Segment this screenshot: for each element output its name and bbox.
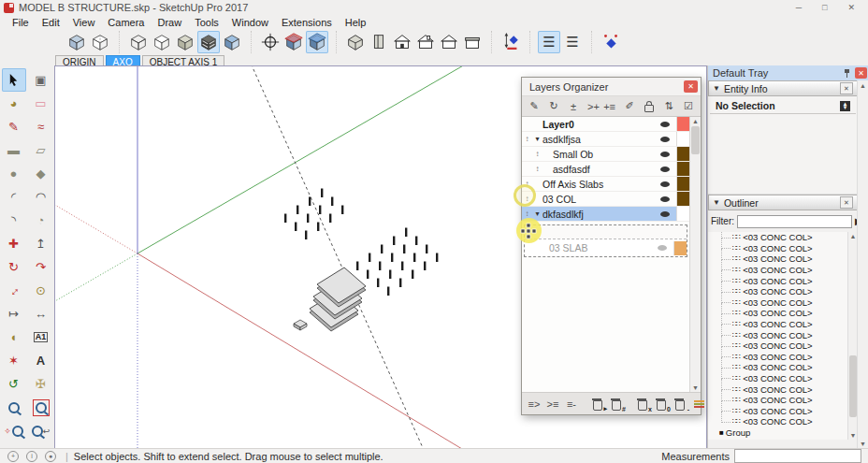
layer-color-swatch[interactable] xyxy=(676,117,689,131)
orbit-tool[interactable]: ↺ xyxy=(2,372,26,396)
freehand-tool[interactable]: ≈ xyxy=(29,115,53,138)
back-view-button[interactable] xyxy=(461,31,484,53)
vertical-dimension-button[interactable] xyxy=(499,31,522,53)
zoom-tool[interactable] xyxy=(2,396,26,419)
left-view-button[interactable] xyxy=(438,31,460,53)
3d-text-tool[interactable]: A xyxy=(29,349,53,372)
outliner-item[interactable]: ∷∷<03 CONC COL> xyxy=(708,253,858,265)
three-point-arc-tool[interactable]: ◝ xyxy=(2,209,26,232)
layer-colors-icon[interactable] xyxy=(693,397,704,412)
menu-view[interactable]: View xyxy=(66,17,102,28)
outliner-item[interactable]: ∷∷<03 CONC COL> xyxy=(708,362,858,373)
outliner-item[interactable]: ∷∷<03 CONC COL> xyxy=(708,308,858,319)
outliner-header[interactable]: ▼ Outliner ✕ xyxy=(708,195,858,210)
outliner-group-item[interactable]: ■Group xyxy=(708,427,858,439)
iso-view-button[interactable] xyxy=(344,31,367,53)
axes-tool[interactable]: ✶ xyxy=(2,349,26,372)
outliner-item[interactable]: ∷∷<03 CONC COL> xyxy=(708,232,858,243)
dimension-tool[interactable]: ↔ xyxy=(29,302,53,326)
outliner-item[interactable]: ∷∷<03 CONC COL> xyxy=(708,373,858,384)
protractor-tool[interactable]: ◖ xyxy=(2,326,26,349)
drag-handle-icon[interactable]: ↕ xyxy=(522,135,532,143)
menu-extensions[interactable]: Extensions xyxy=(275,17,339,28)
add-list-icon[interactable]: +≡ xyxy=(603,99,615,114)
visibility-eye-icon[interactable] xyxy=(660,137,670,142)
expand-caret-icon[interactable]: ▾ xyxy=(532,135,542,143)
scroll-thumb[interactable] xyxy=(691,126,700,154)
outliner-close-button[interactable]: ✕ xyxy=(840,196,853,209)
visibility-eye-icon[interactable] xyxy=(660,211,670,217)
dragged-layer-row[interactable]: 03 SLAB xyxy=(525,239,687,256)
outliner-item[interactable]: ∷∷<03 CONC COL> xyxy=(708,340,858,352)
menu-tools[interactable]: Tools xyxy=(188,17,225,28)
shaded-button[interactable] xyxy=(174,31,196,53)
entity-info-header[interactable]: ▼ Entity Info ✕ xyxy=(708,80,858,96)
follow-me-tool[interactable]: ↷ xyxy=(29,255,53,279)
menu-file[interactable]: File xyxy=(6,17,36,28)
back-edges-button[interactable] xyxy=(89,31,111,53)
outliner-item[interactable]: ∷∷<03 CONC COL> xyxy=(708,395,858,406)
outliner-item[interactable]: ∷∷<03 CONC COL> xyxy=(708,265,858,276)
delete-minus-icon[interactable]: - xyxy=(674,397,686,412)
right-view-button[interactable] xyxy=(414,31,437,53)
visibility-eye-icon[interactable] xyxy=(658,245,667,251)
outliner-item[interactable]: ∷∷<03 CONC COL> xyxy=(708,319,858,330)
section-plane-blue-button[interactable] xyxy=(306,31,328,53)
drag-handle-icon[interactable]: ↕ xyxy=(532,150,542,158)
front-view-button[interactable] xyxy=(391,31,413,53)
entity-info-close-button[interactable]: ✕ xyxy=(840,82,853,94)
outliner-item[interactable]: ∷∷<03 CONC COL> xyxy=(708,416,858,427)
zoom-window-tool[interactable] xyxy=(29,396,53,419)
rectangle-tool[interactable]: ▬ xyxy=(2,138,26,162)
outliner-item[interactable]: ∷∷<03 CONC COL> xyxy=(708,275,858,286)
visibility-eye-icon[interactable] xyxy=(660,166,670,172)
line-tool[interactable]: ✎ xyxy=(2,115,26,138)
shaded-with-textures-button[interactable] xyxy=(197,31,220,53)
layer-row[interactable]: ↕03 COL xyxy=(522,192,689,207)
layers-scrollbar[interactable]: ▲ ▼ xyxy=(689,117,701,392)
join-arrow-icon[interactable]: >+ xyxy=(587,99,600,114)
scroll-down-icon[interactable]: ▼ xyxy=(690,384,701,391)
expand-caret-icon[interactable]: ▾ xyxy=(532,210,542,218)
outliner-item[interactable]: ∷∷<03 CONC COL> xyxy=(708,243,858,254)
pie-tool[interactable]: ◔ xyxy=(29,209,53,232)
lock-icon[interactable] xyxy=(644,99,655,114)
delete-x-icon[interactable]: x xyxy=(637,397,648,412)
menu-window[interactable]: Window xyxy=(225,17,275,28)
layer-color-swatch[interactable] xyxy=(676,207,689,221)
circle-tool[interactable]: ● xyxy=(2,162,26,185)
menu-camera[interactable]: Camera xyxy=(101,17,151,28)
visibility-eye-icon[interactable] xyxy=(660,196,670,202)
eraser-tool[interactable]: ▭ xyxy=(29,92,53,115)
text-tool[interactable]: A1 xyxy=(29,326,53,349)
make-component-tool[interactable]: ▣ xyxy=(29,68,53,92)
layer-color-swatch[interactable] xyxy=(676,177,689,191)
measurements-input[interactable] xyxy=(734,449,861,463)
pin-icon[interactable] xyxy=(843,68,851,79)
visibility-eye-icon[interactable] xyxy=(660,181,670,187)
eyedropper-icon[interactable]: ✐ xyxy=(624,99,635,114)
section-plane-red-button[interactable] xyxy=(282,31,305,53)
collapse-all-icon[interactable]: >≡ xyxy=(547,397,558,412)
pen-icon[interactable]: ✎ xyxy=(528,99,540,114)
drag-handle-icon[interactable]: ↕ xyxy=(532,165,542,173)
outliner-item[interactable]: ∷∷<03 CONC COL> xyxy=(708,297,858,309)
zoom-previous-tool[interactable]: ↩ xyxy=(29,419,53,442)
layer-row[interactable]: ↕asdfasdf xyxy=(522,162,689,177)
pack-icon[interactable]: # xyxy=(611,397,622,412)
top-view-button[interactable] xyxy=(368,31,390,53)
offset-tool[interactable]: ⊙ xyxy=(29,279,53,302)
plus-minus-icon[interactable]: ± xyxy=(568,99,579,114)
align-lines-a-button[interactable]: ☰ xyxy=(538,31,560,53)
outliner-item[interactable]: ∷∷<03 CONC COL> xyxy=(708,352,858,363)
align-lines-b-button[interactable]: ☰ xyxy=(561,31,584,53)
two-point-arc-tool[interactable]: ◠ xyxy=(29,185,53,209)
polygon-tool[interactable]: ◆ xyxy=(29,162,53,185)
layer-color-swatch[interactable] xyxy=(673,241,687,255)
tape-measure-tool[interactable]: ↦ xyxy=(2,302,26,326)
layer-row[interactable]: ↕▾asdklfjsa xyxy=(522,132,689,147)
scroll-up-icon[interactable]: ▲ xyxy=(690,118,701,124)
layer-color-swatch[interactable] xyxy=(676,192,689,206)
dialog-title-bar[interactable]: Layers Organizer ✕ xyxy=(522,78,701,96)
pan-tool[interactable]: ✠ xyxy=(29,372,53,396)
